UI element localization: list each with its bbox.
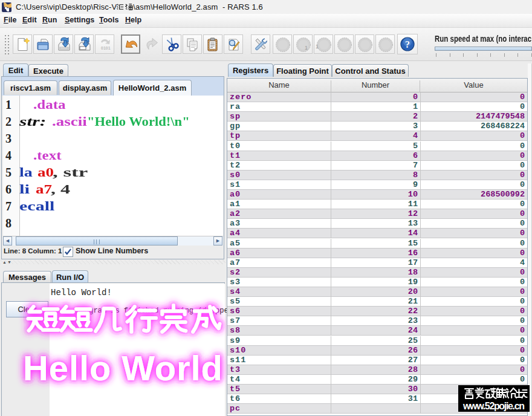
svg-text:0101: 0101 <box>101 46 111 50</box>
svg-text:www.52pojie.cn: www.52pojie.cn <box>462 401 525 411</box>
svg-text:Hello World: Hello World <box>23 348 222 388</box>
svg-text:?: ? <box>405 39 410 50</box>
